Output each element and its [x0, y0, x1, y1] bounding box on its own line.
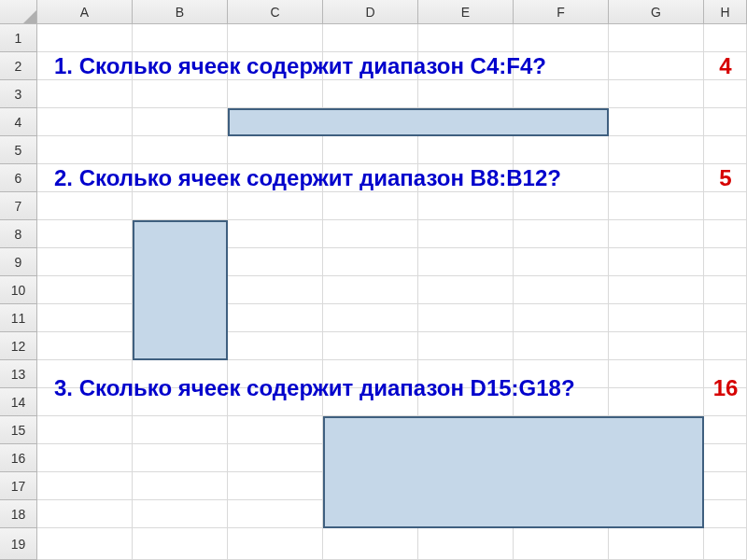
cell[interactable] — [133, 136, 228, 164]
cell[interactable] — [704, 24, 747, 52]
cell[interactable] — [323, 24, 418, 52]
cell[interactable] — [37, 332, 133, 360]
cell[interactable] — [37, 444, 133, 472]
cell[interactable] — [323, 136, 418, 164]
row-header-5[interactable]: 5 — [0, 136, 37, 164]
cell[interactable] — [514, 136, 609, 164]
cell[interactable] — [37, 528, 133, 560]
row-header-14[interactable]: 14 — [0, 388, 37, 416]
row-header-2[interactable]: 2 — [0, 52, 37, 80]
cell[interactable] — [609, 80, 704, 108]
cell[interactable] — [418, 332, 514, 360]
cell[interactable] — [704, 248, 747, 276]
cell[interactable] — [228, 444, 323, 472]
row-header-16[interactable]: 16 — [0, 444, 37, 472]
row-header-19[interactable]: 19 — [0, 528, 37, 560]
cell[interactable] — [37, 304, 133, 332]
row-header-8[interactable]: 8 — [0, 220, 37, 248]
cell[interactable] — [704, 500, 747, 528]
cell[interactable] — [323, 276, 418, 304]
cell[interactable] — [228, 24, 323, 52]
row-header-9[interactable]: 9 — [0, 248, 37, 276]
cell[interactable] — [704, 136, 747, 164]
cell[interactable] — [37, 80, 133, 108]
cell[interactable] — [609, 192, 704, 220]
cell[interactable] — [133, 472, 228, 500]
row-header-11[interactable]: 11 — [0, 304, 37, 332]
cell[interactable] — [133, 416, 228, 444]
cell[interactable] — [228, 80, 323, 108]
cell[interactable] — [133, 108, 228, 136]
cell[interactable] — [704, 220, 747, 248]
column-header-c[interactable]: C — [228, 0, 323, 24]
cell[interactable] — [133, 444, 228, 472]
cell[interactable] — [514, 248, 609, 276]
row-header-17[interactable]: 17 — [0, 472, 37, 500]
cell[interactable] — [228, 304, 323, 332]
cell[interactable] — [133, 80, 228, 108]
cell[interactable] — [418, 276, 514, 304]
cell[interactable] — [323, 220, 418, 248]
cell[interactable] — [37, 24, 133, 52]
cell[interactable] — [228, 472, 323, 500]
cell[interactable] — [228, 528, 323, 560]
cell[interactable] — [37, 276, 133, 304]
cell[interactable] — [133, 500, 228, 528]
cell[interactable] — [704, 332, 747, 360]
cell[interactable] — [228, 136, 323, 164]
row-header-18[interactable]: 18 — [0, 500, 37, 528]
cell[interactable] — [418, 24, 514, 52]
cell[interactable] — [704, 444, 747, 472]
cell[interactable] — [228, 220, 323, 248]
cell[interactable] — [514, 304, 609, 332]
cell[interactable] — [609, 220, 704, 248]
cell[interactable] — [37, 416, 133, 444]
cell[interactable] — [514, 276, 609, 304]
cell[interactable] — [323, 332, 418, 360]
cell[interactable] — [323, 528, 418, 560]
row-header-13[interactable]: 13 — [0, 360, 37, 388]
cell[interactable] — [37, 472, 133, 500]
cell[interactable] — [418, 304, 514, 332]
cell[interactable] — [704, 80, 747, 108]
cell[interactable] — [133, 192, 228, 220]
cell[interactable] — [228, 500, 323, 528]
cell[interactable] — [704, 192, 747, 220]
cell[interactable] — [609, 332, 704, 360]
column-header-h[interactable]: H — [704, 0, 747, 24]
cell[interactable] — [418, 136, 514, 164]
cell[interactable] — [418, 220, 514, 248]
cell[interactable] — [704, 472, 747, 500]
cell[interactable] — [418, 248, 514, 276]
cell[interactable] — [609, 24, 704, 52]
row-header-3[interactable]: 3 — [0, 80, 37, 108]
cell[interactable] — [228, 248, 323, 276]
cell[interactable] — [704, 416, 747, 444]
cell[interactable] — [133, 24, 228, 52]
cell[interactable] — [514, 192, 609, 220]
cell[interactable] — [704, 276, 747, 304]
column-header-b[interactable]: B — [133, 0, 228, 24]
cell[interactable] — [37, 192, 133, 220]
cell[interactable] — [37, 248, 133, 276]
cell[interactable] — [323, 192, 418, 220]
select-all-corner[interactable] — [0, 0, 37, 24]
cell[interactable] — [323, 248, 418, 276]
cell[interactable] — [323, 304, 418, 332]
cell[interactable] — [609, 136, 704, 164]
column-header-d[interactable]: D — [323, 0, 418, 24]
column-header-e[interactable]: E — [418, 0, 514, 24]
row-header-10[interactable]: 10 — [0, 276, 37, 304]
cell[interactable] — [37, 500, 133, 528]
cell[interactable] — [609, 248, 704, 276]
row-header-7[interactable]: 7 — [0, 192, 37, 220]
cell[interactable] — [514, 24, 609, 52]
cell[interactable] — [609, 276, 704, 304]
cell[interactable] — [514, 332, 609, 360]
cell[interactable] — [704, 108, 747, 136]
row-header-15[interactable]: 15 — [0, 416, 37, 444]
cell[interactable] — [228, 416, 323, 444]
cell[interactable] — [37, 108, 133, 136]
column-header-g[interactable]: G — [609, 0, 704, 24]
cell[interactable] — [609, 108, 704, 136]
